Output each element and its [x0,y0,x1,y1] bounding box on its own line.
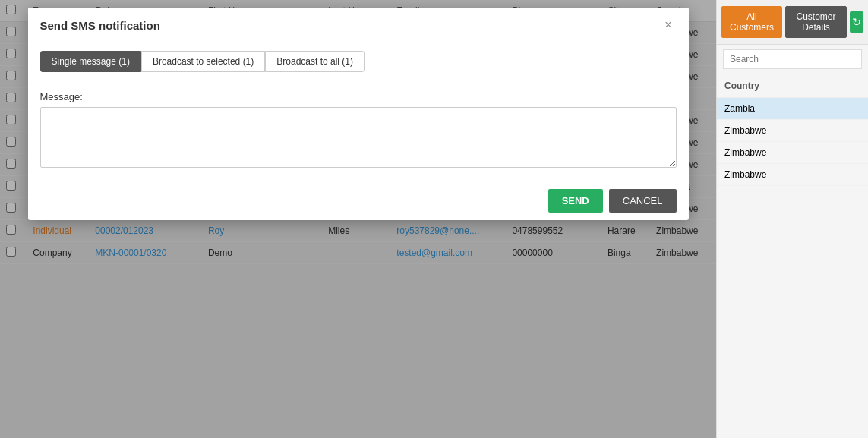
country-item[interactable]: Zimbabwe [717,164,868,186]
modal-tab[interactable]: Broadcast to selected (1) [141,51,265,72]
tab-all-customers[interactable]: All Customers [721,6,782,38]
message-label: Message: [40,91,677,102]
country-list: ZambiaZimbabweZimbabweZimbabwe [717,98,868,186]
country-item[interactable]: Zambia [717,98,868,120]
country-item[interactable]: Zimbabwe [717,120,868,142]
modal-tab[interactable]: Broadcast to all (1) [265,51,365,72]
message-textarea[interactable] [40,107,677,168]
modal-tabs: Single message (1)Broadcast to selected … [28,43,689,80]
sms-modal: Send SMS notification × Single message (… [28,8,689,220]
modal-header: Send SMS notification × [28,8,689,43]
search-input[interactable] [723,49,862,69]
cancel-button[interactable]: CANCEL [609,189,677,213]
modal-tab[interactable]: Single message (1) [40,51,141,72]
refresh-button[interactable]: ↻ [850,11,863,33]
country-item[interactable]: Zimbabwe [717,142,868,164]
right-panel-tabs: All Customers Customer Details ↻ [717,0,868,45]
modal-overlay: Send SMS notification × Single message (… [0,0,716,438]
right-panel: All Customers Customer Details ↻ Country… [716,0,868,438]
modal-footer: SEND CANCEL [28,181,689,220]
tab-customer-details[interactable]: Customer Details [785,6,847,38]
modal-body: Message: [28,80,689,181]
modal-close-button[interactable]: × [660,17,676,33]
send-button[interactable]: SEND [548,189,603,213]
country-header: Country [717,74,868,98]
modal-title: Send SMS notification [40,19,160,32]
search-box [717,45,868,74]
